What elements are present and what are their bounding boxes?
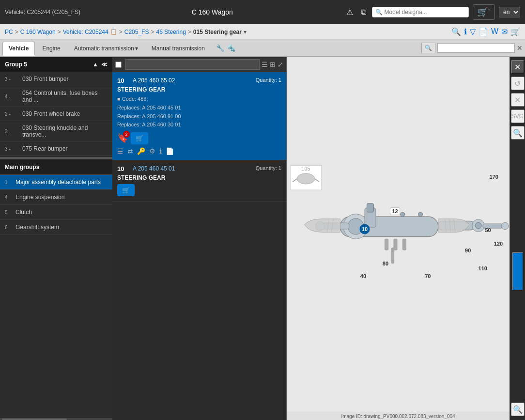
part-item-2-actions: 🛒 bbox=[117, 184, 281, 196]
tab-icon-2[interactable]: 🔩 bbox=[227, 44, 235, 52]
rt-zoomout-button[interactable]: 🔍 bbox=[511, 403, 525, 416]
rt-zoomin-button[interactable]: 🔍 bbox=[511, 126, 525, 140]
svg-text:90: 90 bbox=[465, 248, 471, 253]
svg-text:40: 40 bbox=[360, 273, 366, 279]
tab-dropdown-icon: ▾ bbox=[135, 45, 138, 52]
tab-vehicle[interactable]: Vehicle bbox=[2, 42, 35, 56]
parts-select-all[interactable] bbox=[115, 62, 122, 68]
breadcrumb-dropdown-icon[interactable]: ▾ bbox=[244, 29, 247, 35]
tab-search-area: 🔍 ✕ bbox=[421, 43, 523, 53]
sidebar: Group 5 ▲ ≪ 3 - 030 Front bumper 4 - 054… bbox=[0, 57, 112, 420]
model-search-box: 🔍 bbox=[372, 7, 469, 17]
rt-export-button[interactable]: SVG bbox=[511, 109, 525, 123]
grid-view-icon[interactable]: ⊞ bbox=[270, 61, 276, 68]
tab-search-input[interactable] bbox=[437, 43, 515, 53]
svg-rect-25 bbox=[385, 239, 388, 250]
part-item-2-cart-button[interactable]: 🛒 bbox=[117, 184, 135, 196]
language-selector[interactable]: en de fr bbox=[499, 7, 520, 17]
top-bar-right: ⚠ ⧉ 🔍 🛒+ en de fr bbox=[344, 4, 520, 20]
tab-search-clear-button[interactable]: ✕ bbox=[517, 44, 523, 52]
breadcrumb-item-vehicle[interactable]: Vehicle: C205244 bbox=[63, 29, 108, 35]
sidebar-collapse-icon[interactable]: ▲ bbox=[93, 61, 98, 68]
breadcrumb-item-model[interactable]: C 160 Wagon bbox=[20, 29, 56, 35]
image-caption: Image ID: drawing_PV000.002.072.083_vers… bbox=[287, 412, 510, 420]
copy-icon[interactable]: ⧉ bbox=[359, 6, 368, 18]
part-add-to-cart-button[interactable]: 🛒 bbox=[131, 132, 148, 144]
sidebar-scroll: 3 - 030 Front bumper 4 - 054 Control uni… bbox=[0, 72, 112, 418]
document-icon[interactable]: 📄 bbox=[479, 27, 488, 36]
svg-rect-10 bbox=[367, 203, 374, 212]
part-item-1-tools: ☰ ⇄ 🔑 ⚙ ℹ 📄 bbox=[117, 147, 281, 155]
tab-automatic-transmission[interactable]: Automatic transmission ▾ bbox=[68, 42, 144, 55]
svg-text:120: 120 bbox=[494, 241, 503, 247]
svg-point-17 bbox=[501, 222, 509, 230]
tab-icon-1[interactable]: 🔧 bbox=[216, 44, 224, 52]
part-tool-icon-6[interactable]: 📄 bbox=[166, 147, 174, 155]
zoom-in-icon[interactable]: 🔍 bbox=[451, 27, 461, 36]
tab-manual-transmission[interactable]: Manual transmission bbox=[145, 42, 211, 55]
part-tool-icon-2[interactable]: ⇄ bbox=[127, 147, 133, 155]
expand-view-icon[interactable]: ⤢ bbox=[278, 61, 283, 68]
rt-blue-bar-button[interactable] bbox=[512, 252, 524, 291]
parts-panel-icons: ☰ ⊞ ⤢ bbox=[262, 61, 283, 68]
rt-close-button[interactable]: ✕ bbox=[511, 60, 525, 74]
tab-engine[interactable]: Engine bbox=[36, 42, 66, 55]
top-bar: Vehicle: C205244 (C205_FS) C 160 Wagon ⚠… bbox=[0, 0, 525, 24]
sidebar-item-rear-bumper[interactable]: 3 - 075 Rear bumper bbox=[0, 142, 112, 156]
warning-icon[interactable]: ⚠ bbox=[344, 6, 355, 19]
part-badge-count: 2 bbox=[123, 131, 130, 138]
vehicle-title: Vehicle: C205244 (C205_FS) bbox=[5, 9, 80, 16]
svg-text:110: 110 bbox=[479, 265, 487, 271]
rt-close2-button[interactable]: ✕ bbox=[511, 93, 525, 107]
breadcrumb-item-steering[interactable]: 46 Steering bbox=[156, 29, 185, 35]
main-area: Group 5 ▲ ≪ 3 - 030 Front bumper 4 - 054… bbox=[0, 57, 525, 420]
svg-rect-26 bbox=[394, 239, 397, 250]
breadcrumb-item-c205fs[interactable]: C205_FS bbox=[124, 29, 149, 35]
sidebar-group-clutch[interactable]: 5 Clutch bbox=[0, 205, 112, 220]
tab-search-button[interactable]: 🔍 bbox=[421, 43, 435, 53]
sidebar-group-major-assembly[interactable]: 1 Major assembly detachable parts bbox=[0, 175, 112, 190]
image-panel: 105 bbox=[287, 57, 510, 420]
breadcrumb-item-pc[interactable]: PC bbox=[5, 29, 13, 35]
svg-text:12: 12 bbox=[392, 208, 398, 214]
svg-text:70: 70 bbox=[425, 273, 431, 279]
svg-rect-27 bbox=[402, 239, 406, 250]
right-toolbar: ✕ ↺ ✕ SVG 🔍 🔍 bbox=[510, 57, 525, 420]
sidebar-item-steering-knuckle[interactable]: 3 - 030 Steering knuckle and transve... bbox=[0, 121, 112, 142]
svg-text:105: 105 bbox=[301, 166, 310, 171]
parts-search-input[interactable] bbox=[125, 59, 260, 70]
part-tool-icon-5[interactable]: ℹ bbox=[159, 147, 162, 155]
svg-point-13 bbox=[475, 222, 481, 229]
part-item-1[interactable]: 10 A 205 460 65 02 Quantity: 1 STEERING … bbox=[112, 72, 286, 160]
steering-gear-svg: 105 bbox=[287, 159, 510, 310]
parts-list: 10 A 205 460 65 02 Quantity: 1 STEERING … bbox=[112, 72, 286, 420]
sidebar-item-front-bumper[interactable]: 3 - 030 Front bumper bbox=[0, 72, 112, 86]
mail-icon[interactable]: ✉ bbox=[501, 27, 508, 36]
info-icon[interactable]: ℹ bbox=[464, 27, 467, 36]
sidebar-menu-icon[interactable]: ≪ bbox=[101, 61, 108, 68]
svg-rect-28 bbox=[391, 248, 394, 264]
breadcrumb-item-current[interactable]: 015 Steering gear bbox=[193, 29, 242, 35]
cart-button[interactable]: 🛒+ bbox=[473, 4, 495, 20]
part-tool-icon-1[interactable]: ☰ bbox=[117, 147, 124, 155]
rt-refresh-button[interactable]: ↺ bbox=[511, 77, 525, 90]
sidebar-group-gearshift[interactable]: 6 Gearshift system bbox=[0, 220, 112, 235]
model-title: C 160 Wagon bbox=[85, 8, 339, 16]
sidebar-item-control-units[interactable]: 4 - 054 Control units, fuse boxes and ..… bbox=[0, 86, 112, 107]
sidebar-item-front-wheel-brake[interactable]: 2 - 030 Front wheel brake bbox=[0, 107, 112, 121]
sidebar-section-main-groups: Main groups bbox=[0, 160, 112, 175]
parts-panel: ☰ ⊞ ⤢ 10 A 205 460 65 02 Quantity: 1 STE… bbox=[112, 57, 287, 420]
part-item-2[interactable]: 10 A 205 460 45 01 Quantity: 1 STEERING … bbox=[112, 160, 286, 202]
cart2-icon[interactable]: 🛒 bbox=[510, 27, 520, 36]
part-tool-icon-3[interactable]: 🔑 bbox=[137, 147, 145, 155]
sidebar-group-engine-suspension[interactable]: 4 Engine suspension bbox=[0, 190, 112, 205]
list-view-icon[interactable]: ☰ bbox=[262, 61, 268, 68]
filter-icon[interactable]: ▽ bbox=[470, 27, 476, 36]
wis-icon[interactable]: W bbox=[491, 27, 498, 36]
sidebar-header-icons: ▲ ≪ bbox=[93, 61, 108, 68]
part-tool-icon-4[interactable]: ⚙ bbox=[149, 147, 155, 155]
main-tabs: Vehicle Engine Automatic transmission ▾ … bbox=[0, 40, 525, 57]
search-icon: 🔍 bbox=[375, 9, 383, 16]
breadcrumb: PC > C 160 Wagon > Vehicle: C205244 📋 > … bbox=[0, 24, 525, 40]
model-search-input[interactable] bbox=[385, 9, 462, 16]
